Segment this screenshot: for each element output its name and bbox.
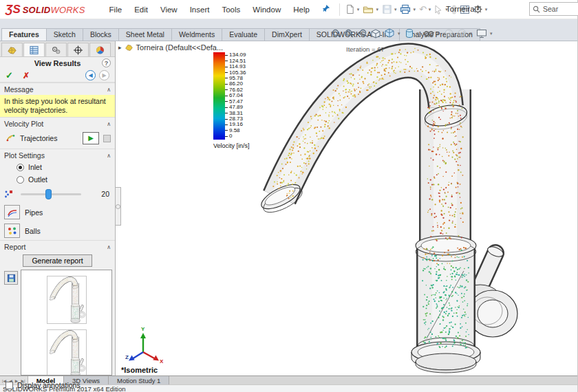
- solidworks-logo: ƷS SOLID WORKS: [6, 3, 85, 17]
- trajectories-row: Trajectories ▶: [0, 129, 115, 149]
- tab-dimxpert[interactable]: DimXpert: [264, 28, 310, 41]
- pin-toolbar-icon[interactable]: [321, 3, 330, 16]
- plot-settings-collapse-icon[interactable]: ∧: [107, 153, 111, 159]
- graphics-viewport[interactable]: ▸ Torneira (Default<<Defa... Iteration =…: [116, 41, 577, 375]
- pipes-button[interactable]: [4, 205, 20, 219]
- panel-tabs: [0, 41, 115, 57]
- tab-dimxpert-manager[interactable]: [67, 43, 89, 56]
- display-annotations-row: Display annotations: [0, 375, 115, 389]
- faucet-flow-model[interactable]: [116, 41, 577, 375]
- inlet-radio[interactable]: [17, 164, 24, 171]
- view-orientation-icon[interactable]: [383, 28, 396, 39]
- new-document-button[interactable]: [343, 3, 356, 16]
- slider-thumb[interactable]: [45, 189, 52, 199]
- outlet-radio[interactable]: [17, 176, 24, 184]
- tab-sheet-metal[interactable]: Sheet Metal: [118, 28, 172, 41]
- trajectories-label: Trajectories: [20, 134, 57, 142]
- menu-view[interactable]: View: [154, 3, 184, 17]
- report-collapse-icon[interactable]: ∧: [107, 244, 111, 250]
- save-caret-icon[interactable]: ▾: [394, 7, 397, 12]
- display-style-caret-icon[interactable]: ▾: [417, 31, 420, 36]
- scene-caret-icon[interactable]: ▾: [470, 31, 473, 36]
- tab-weldments[interactable]: Weldments: [171, 28, 222, 41]
- undo-button: ↶: [418, 3, 428, 16]
- report-image-list[interactable]: [21, 270, 112, 375]
- message-group-header[interactable]: Message ∧: [0, 83, 115, 95]
- balls-icon: [7, 226, 18, 236]
- play-button[interactable]: ▶: [83, 132, 99, 144]
- tab-sketch[interactable]: Sketch: [46, 28, 83, 41]
- panel-actions: ✓ ✗ ◀ ▶: [0, 69, 115, 83]
- search-box[interactable]: Sear: [529, 2, 578, 16]
- open-document-button[interactable]: [361, 3, 375, 16]
- previous-view-icon[interactable]: [356, 28, 368, 39]
- crosshair-icon: [73, 45, 83, 55]
- ds-logo-icon: ƷS: [6, 3, 21, 17]
- message-collapse-icon[interactable]: ∧: [107, 87, 111, 93]
- velocity-plot-collapse-icon[interactable]: ∧: [107, 121, 111, 127]
- view-orientation-caret-icon[interactable]: ▾: [398, 31, 400, 36]
- cancel-button[interactable]: ✗: [23, 71, 30, 80]
- display-style-icon[interactable]: [404, 28, 415, 39]
- menu-edit[interactable]: Edit: [128, 3, 154, 17]
- flyout-feature-tree[interactable]: ▸ Torneira (Default<<Defa...: [118, 43, 223, 52]
- options-caret-icon[interactable]: ▾: [485, 7, 488, 12]
- open-caret-icon[interactable]: ▾: [376, 7, 378, 12]
- menu-window[interactable]: Window: [246, 3, 287, 17]
- tab-features[interactable]: Features: [1, 28, 47, 41]
- flyout-arrow-icon[interactable]: ▸: [118, 44, 122, 51]
- bottom-tab-motion-study-1[interactable]: Motion Study 1: [109, 376, 169, 384]
- report-images-row: [0, 270, 115, 375]
- help-icon[interactable]: ?: [102, 58, 111, 67]
- tab-configuration-manager[interactable]: [45, 43, 67, 56]
- select-button: [433, 3, 445, 16]
- balls-button[interactable]: [4, 224, 20, 238]
- orientation-triad: Y X Z: [125, 325, 164, 363]
- feature-tree-item[interactable]: Torneira (Default<<Defa...: [136, 43, 224, 52]
- plot-settings-group-header[interactable]: Plot Settings ∧: [0, 149, 115, 161]
- print-button[interactable]: [398, 3, 412, 16]
- menu-insert[interactable]: Insert: [184, 3, 216, 17]
- velocity-plot-group-header[interactable]: Velocity Plot ∧: [0, 117, 115, 129]
- view-orientation-label: *Isometric: [121, 366, 158, 374]
- section-view-icon[interactable]: [370, 28, 382, 39]
- menu-file[interactable]: File: [103, 3, 129, 17]
- part-icon: [125, 43, 133, 52]
- iteration-label: Iteration = 67: [346, 45, 385, 53]
- menu-tools[interactable]: Tools: [215, 3, 246, 17]
- display-annotations-checkbox[interactable]: [6, 382, 13, 389]
- panel-splitter-handle[interactable]: [116, 187, 121, 226]
- report-thumbnail-1[interactable]: [47, 276, 87, 324]
- ok-button[interactable]: ✓: [6, 70, 13, 80]
- hide-show-caret-icon[interactable]: ▾: [437, 31, 440, 36]
- back-button[interactable]: ◀: [85, 70, 96, 80]
- menu-help[interactable]: Help: [287, 3, 316, 17]
- forward-button: ▶: [99, 70, 109, 80]
- tab-property-manager[interactable]: [23, 43, 45, 56]
- velocity-legend: 134.09124.51114.93105.3695.7886.2076.626…: [213, 52, 250, 149]
- hide-show-items-icon[interactable]: [422, 29, 435, 38]
- legend-tick-9-58: 9.58: [225, 128, 246, 133]
- report-thumbnail-2[interactable]: [47, 329, 87, 375]
- new-caret-icon[interactable]: ▾: [357, 7, 360, 12]
- tab-evaluate[interactable]: Evaluate: [222, 28, 265, 41]
- zoom-to-fit-icon[interactable]: [330, 28, 342, 39]
- tab-feature-manager[interactable]: [1, 43, 23, 56]
- part-icon: [7, 45, 17, 55]
- stop-button[interactable]: [103, 135, 111, 142]
- search-input-text[interactable]: Sear: [543, 5, 558, 13]
- print-caret-icon[interactable]: ▾: [413, 7, 416, 12]
- view-settings-caret-icon[interactable]: ▾: [490, 31, 493, 36]
- triad-y-label: Y: [141, 326, 145, 332]
- zoom-to-area-icon[interactable]: [343, 28, 355, 39]
- pipes-icon: [7, 208, 18, 217]
- tab-display-manager[interactable]: [89, 43, 111, 56]
- save-image-button[interactable]: [4, 271, 18, 285]
- generate-report-button[interactable]: Generate report: [23, 254, 92, 267]
- points-slider[interactable]: [21, 193, 81, 195]
- tab-blocks[interactable]: Blocks: [83, 28, 119, 41]
- view-settings-icon[interactable]: [475, 29, 488, 39]
- trajectories-icon: [6, 133, 17, 143]
- report-group-header[interactable]: Report ∧: [0, 240, 115, 252]
- undo-caret-icon[interactable]: ▾: [429, 7, 431, 12]
